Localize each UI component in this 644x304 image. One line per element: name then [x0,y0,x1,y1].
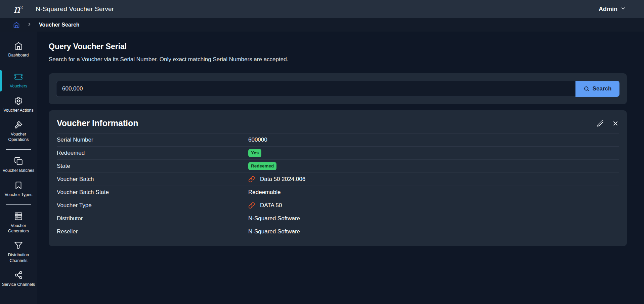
info-row-voucher-batch: Voucher BatchData 50 2024.006 [57,173,619,186]
sidebar-item-label: Distribution Channels [1,252,36,263]
card-title: Voucher Information [57,118,138,128]
breadcrumb-current: Voucher Search [39,22,80,28]
info-label: Redeemed [57,150,248,156]
sidebar-item-label: Voucher Generators [1,223,36,234]
info-row-voucher-batch-state: Voucher Batch StateRedeemable [57,186,619,199]
info-row-redeemed: RedeemedYes [57,146,619,159]
info-value: DATA 50 [248,202,619,209]
close-icon[interactable] [612,120,619,127]
voucher-batch-link[interactable]: Data 50 2024.006 [248,176,305,183]
top-navbar: n2 N-Squared Voucher Server Admin [0,0,644,18]
sidebar-item-voucher-batches[interactable]: Voucher Batches [0,153,37,177]
home-icon[interactable] [13,22,20,28]
link-label: DATA 50 [260,202,282,209]
link-icon [248,176,255,183]
info-value: Redeemed [248,162,619,170]
sidebar-item-voucher-actions[interactable]: Voucher Actions [0,93,37,117]
bookmark-icon [14,181,23,190]
info-label: Voucher Type [57,202,248,209]
sidebar-item-voucher-operations[interactable]: Voucher Operations [0,117,37,146]
sidebar-item-label: Voucher Batches [3,168,35,173]
sidebar-divider [6,65,31,65]
edit-icon[interactable] [597,120,604,127]
sidebar-item-label: Dashboard [8,52,29,58]
info-value: Data 50 2024.006 [248,176,619,183]
info-value: 600000 [248,137,619,143]
sidebar-item-label: Service Channels [2,282,35,287]
gavel-icon [14,120,23,129]
copy-icon [14,157,23,165]
info-value: Redeemable [248,189,619,196]
info-row-reseller: ResellerN-Squared Software [57,225,619,238]
sidebar-item-label: Vouchers [10,83,27,89]
sidebar: DashboardVouchersVoucher ActionsVoucher … [0,32,37,304]
n-squared-logo: n2 [13,4,23,14]
page-description: Search for a Voucher via its Serial Numb… [49,56,627,63]
app-title: N-Squared Voucher Server [36,5,114,13]
ticket-icon [14,72,23,81]
admin-menu-label: Admin [599,6,617,13]
sidebar-item-label: Voucher Types [5,192,32,197]
home-icon [14,41,23,50]
chevron-down-icon [620,6,626,13]
chevron-right-icon [27,22,32,28]
sidebar-item-dashboard[interactable]: Dashboard [0,38,37,62]
voucher-search-card: Search [49,73,627,104]
search-button-label: Search [593,85,612,92]
search-icon [584,86,590,92]
info-row-state: StateRedeemed [57,159,619,173]
info-value: N-Squared Software [248,228,619,235]
info-label: Voucher Batch [57,176,248,183]
info-value: N-Squared Software [248,215,619,222]
info-label: Distributor [57,215,248,222]
server-icon [14,212,23,221]
info-row-voucher-type: Voucher TypeDATA 50 [57,199,619,212]
info-value: Yes [248,149,619,157]
sidebar-item-voucher-types[interactable]: Voucher Types [0,177,37,201]
sidebar-item-vouchers[interactable]: Vouchers [0,69,37,92]
share-icon [14,271,23,279]
funnel-icon [14,241,23,250]
status-badge: Redeemed [248,162,276,170]
sidebar-item-voucher-generators[interactable]: Voucher Generators [0,208,37,238]
sidebar-divider [6,204,31,205]
admin-menu[interactable]: Admin [599,6,626,13]
sidebar-item-distribution-channels[interactable]: Distribution Channels [0,237,37,267]
link-icon [248,202,255,209]
sidebar-item-label: Voucher Operations [1,131,36,143]
breadcrumb: Voucher Search [0,18,644,32]
voucher-information-card: Voucher Information Serial Number600000R… [49,110,627,246]
info-row-distributor: DistributorN-Squared Software [57,212,619,225]
sidebar-divider [6,149,31,150]
status-badge: Yes [248,149,261,157]
link-label: Data 50 2024.006 [260,176,305,183]
search-button[interactable]: Search [575,81,619,97]
serial-number-input[interactable] [56,81,575,97]
sidebar-item-service-channels[interactable]: Service Channels [0,267,37,291]
voucher-type-link[interactable]: DATA 50 [248,202,282,209]
info-label: Serial Number [57,137,248,143]
main-content: Query Voucher Serial Search for a Vouche… [37,32,644,304]
info-row-serial-number: Serial Number600000 [57,133,619,146]
info-label: Voucher Batch State [57,189,248,196]
info-label: State [57,163,248,169]
gear-icon [14,97,23,105]
info-label: Reseller [57,228,248,235]
page-title: Query Voucher Serial [49,42,627,51]
sidebar-item-label: Voucher Actions [3,108,34,113]
